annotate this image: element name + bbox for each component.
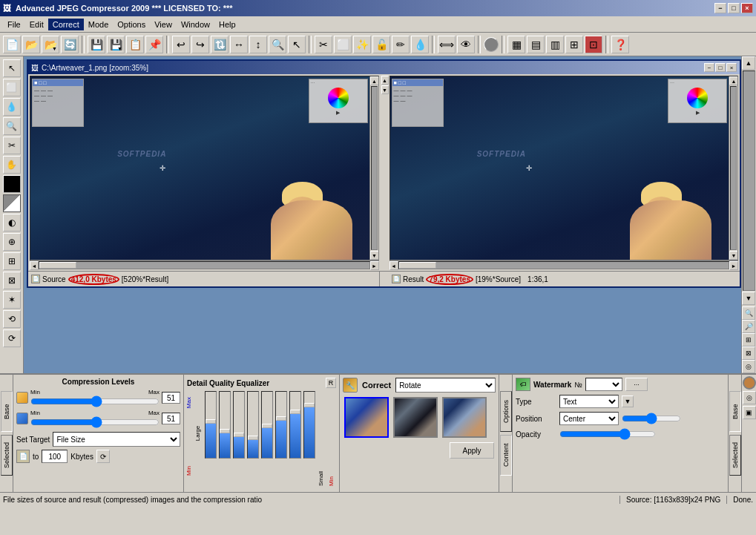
type-select[interactable]: Text [559, 395, 619, 408]
menu-file[interactable]: File [3, 19, 25, 30]
tool-b7[interactable]: ⟳ [3, 329, 21, 347]
menu-options[interactable]: Options [113, 19, 150, 30]
result-scroll-track[interactable] [730, 86, 737, 250]
tool-pointer[interactable]: ↖ [3, 59, 21, 77]
menu-window[interactable]: Window [177, 19, 214, 30]
kbytes-btn[interactable]: ⟳ [96, 450, 110, 463]
tool-eyedrop[interactable]: 💧 [3, 98, 21, 116]
slider1-input[interactable] [30, 396, 160, 407]
toolbar-mirror[interactable]: ↕ [249, 36, 267, 53]
result-scroll-up[interactable]: ▲ [729, 76, 738, 85]
tool-b5[interactable]: ✶ [3, 291, 21, 309]
window-close[interactable]: × [726, 63, 737, 72]
toolbar-paste[interactable]: 📌 [145, 36, 163, 53]
toolbar-select[interactable]: ⬜ [334, 36, 352, 53]
src-scroll-down[interactable]: ▼ [370, 251, 379, 260]
toolbar-help[interactable]: ❓ [611, 36, 629, 53]
content-scroll-down[interactable]: ▼ [742, 292, 755, 305]
toolbar-flip[interactable]: ↔ [230, 36, 248, 53]
base-tab[interactable]: Base [1, 391, 13, 432]
eq-bar-6-handle[interactable] [276, 416, 286, 421]
color-btn-2[interactable]: ◎ [743, 391, 756, 404]
close-button[interactable]: × [741, 3, 753, 13]
color-btn-1[interactable] [743, 376, 756, 390]
sep-down[interactable]: ▼ [381, 85, 389, 94]
tool-b4[interactable]: ⊠ [3, 272, 21, 289]
src-hscroll-left[interactable]: ◄ [30, 261, 39, 270]
toolbar-new[interactable]: 📄 [3, 36, 21, 53]
selected-tab[interactable]: Selected [1, 435, 13, 476]
toolbar-preview[interactable]: 👁 [457, 36, 475, 53]
eq-bar-6-track[interactable] [275, 391, 287, 459]
thumb-3[interactable] [442, 397, 487, 438]
toolbar-save[interactable]: 💾 [88, 36, 105, 53]
toolbar-zoom[interactable]: 🔍 [269, 36, 286, 53]
content-scroll-up[interactable]: ▲ [742, 56, 755, 70]
menu-view[interactable]: View [150, 19, 177, 30]
watermark-btn[interactable]: ··· [625, 378, 648, 391]
apply-button[interactable]: Apply [450, 442, 494, 459]
menu-correct[interactable]: Correct [48, 19, 84, 30]
eq-bar-8-handle[interactable] [304, 403, 315, 407]
toolbar-layout[interactable]: ⊞ [565, 36, 583, 53]
window-min[interactable]: − [704, 63, 714, 72]
options-tab[interactable]: Options [500, 391, 512, 432]
result-hscroll-left[interactable]: ◄ [389, 261, 398, 270]
toolbar-grid2[interactable]: ▤ [527, 36, 545, 53]
toolbar-layout2[interactable]: ⊡ [585, 36, 602, 53]
toolbar-grid3[interactable]: ▥ [546, 36, 564, 53]
correct-rotate-select[interactable]: Rotate [395, 378, 496, 393]
position-select[interactable]: Center [559, 412, 619, 425]
eq-bar-1-handle[interactable] [206, 419, 216, 424]
eq-bar-5-handle[interactable] [262, 424, 272, 428]
base-right-tab[interactable]: Base [729, 391, 741, 432]
zoom-out-btn[interactable]: 🔎 [742, 320, 755, 333]
eq-bar-7-track[interactable] [289, 391, 301, 459]
watermark-no-select[interactable] [585, 378, 622, 391]
toolbar-cursor[interactable]: ↖ [288, 36, 306, 53]
content-tab[interactable]: Content [500, 435, 512, 476]
eq-bar-2-track[interactable] [219, 391, 231, 459]
eq-bar-5-track[interactable] [261, 391, 273, 459]
toolbar-eyedrop[interactable]: 💧 [411, 36, 429, 53]
src-scroll-up[interactable]: ▲ [370, 76, 379, 85]
tool-select[interactable]: ⬜ [3, 79, 21, 96]
toolbar-save2[interactable]: 💾▼ [107, 36, 125, 53]
result-hscroll-right[interactable]: ► [729, 261, 738, 270]
toolbar-circle1[interactable] [484, 37, 499, 52]
type-btn[interactable]: ▼ [622, 395, 634, 407]
window-max[interactable]: □ [715, 63, 726, 72]
toolbar-grid1[interactable]: ▦ [507, 36, 525, 53]
toolbar-refresh[interactable]: 🔄 [61, 36, 79, 53]
tool-b1[interactable]: ◐ [3, 214, 21, 232]
position-slider[interactable] [622, 413, 681, 424]
selected-right-tab[interactable]: Selected [729, 435, 741, 476]
eq-bar-4-track[interactable] [247, 391, 259, 459]
maximize-button[interactable]: □ [728, 3, 740, 13]
eq-bar-8-track[interactable] [303, 391, 315, 459]
tool-r2[interactable]: ◎ [742, 360, 755, 373]
result-hscroll-track[interactable] [398, 261, 730, 269]
tool-pan[interactable]: ✋ [3, 156, 21, 174]
thumb-1[interactable] [344, 397, 389, 438]
src-hscroll-right[interactable]: ► [370, 261, 379, 270]
eq-bar-2-handle[interactable] [220, 429, 230, 433]
set-target-select[interactable]: File Size [53, 432, 180, 447]
thumb-2[interactable] [393, 397, 438, 438]
toolbar-lasso[interactable]: 🔓 [372, 36, 390, 53]
tool-black[interactable] [3, 175, 21, 193]
kbytes-input[interactable] [42, 450, 68, 463]
eq-r-button[interactable]: R [326, 378, 336, 388]
eq-bar-1-track[interactable] [205, 391, 217, 459]
toolbar-pen[interactable]: ✏ [392, 36, 410, 53]
toolbar-undo[interactable]: ↩ [172, 36, 190, 53]
toolbar-copy[interactable]: 📋 [126, 36, 144, 53]
opacity-slider[interactable] [559, 429, 656, 439]
toolbar-wand[interactable]: ✨ [353, 36, 371, 53]
src-hscroll-track[interactable] [39, 261, 370, 269]
minimize-button[interactable]: − [714, 3, 726, 13]
tool-b3[interactable]: ⊞ [3, 252, 21, 270]
tool-b2[interactable]: ⊕ [3, 233, 21, 251]
tool-crop[interactable]: ✂ [3, 137, 21, 154]
zoom-in-btn[interactable]: 🔍 [742, 306, 755, 320]
